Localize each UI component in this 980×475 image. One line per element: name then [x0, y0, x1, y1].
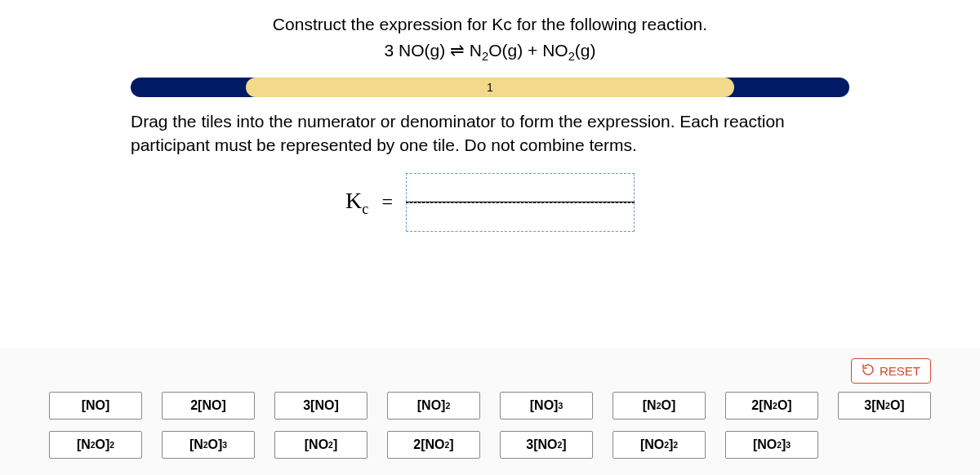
reset-icon	[862, 363, 875, 379]
tile-7[interactable]: 3[N2O]	[838, 392, 931, 420]
fraction-container	[406, 173, 635, 232]
tile-3[interactable]: [NO]2	[387, 392, 480, 420]
progress-bar: 1	[131, 78, 849, 97]
tile-0[interactable]: [NO]	[49, 392, 142, 420]
kc-label: Kc	[345, 188, 368, 218]
instructions-text: Drag the tiles into the numerator or den…	[131, 110, 849, 157]
tile-8[interactable]: [N2O]2	[49, 431, 142, 459]
prompt-text: Construct the expression for Kc for the …	[0, 15, 980, 34]
tile-4[interactable]: [NO]3	[500, 392, 593, 420]
tile-14[interactable]: [NO2]3	[725, 431, 818, 459]
tile-6[interactable]: 2[N2O]	[725, 392, 818, 420]
tile-12[interactable]: 3[NO2]	[500, 431, 593, 459]
tile-9[interactable]: [N2O]3	[162, 431, 255, 459]
denominator-dropzone[interactable]	[406, 202, 635, 232]
kc-expression: Kc =	[0, 173, 980, 232]
tile-bank: RESET [NO]2[NO]3[NO][NO]2[NO]3[N2O]2[N2O…	[0, 348, 980, 475]
numerator-dropzone[interactable]	[406, 173, 635, 202]
reaction-equation: 3 NO(g) ⇌ N2O(g) + NO2(g)	[0, 41, 980, 63]
reset-button[interactable]: RESET	[851, 358, 931, 384]
progress-label: 1	[487, 81, 493, 94]
tile-13[interactable]: [NO2]2	[612, 431, 706, 459]
tile-10[interactable]: [NO2]	[274, 431, 368, 459]
tile-11[interactable]: 2[NO2]	[387, 431, 480, 459]
progress-pill[interactable]: 1	[246, 78, 734, 97]
tile-1[interactable]: 2[NO]	[162, 392, 255, 420]
tile-5[interactable]: [N2O]	[612, 392, 706, 420]
reset-label: RESET	[880, 364, 920, 378]
tile-2[interactable]: 3[NO]	[274, 392, 368, 420]
equals-sign: =	[381, 191, 393, 213]
